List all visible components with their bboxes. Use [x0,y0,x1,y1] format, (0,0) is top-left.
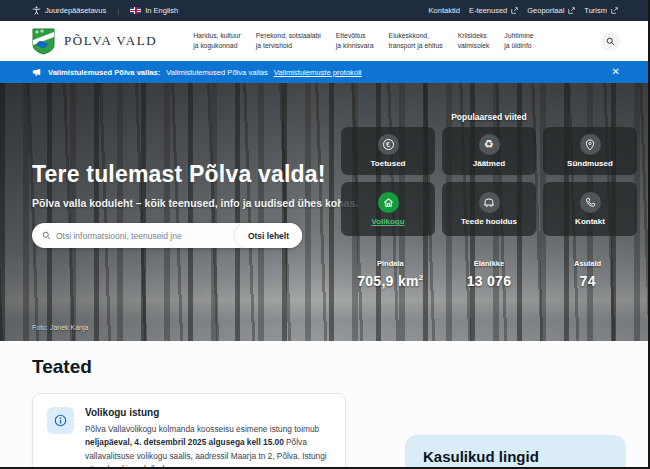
accessibility-label: Juurdepääsetavus [45,6,106,15]
language-switch[interactable]: In English [130,6,178,15]
topbar-link-eteenused[interactable]: E-teenused [469,6,518,15]
tile-jaatmed[interactable]: ♻ Jäätmed [442,127,536,175]
announcement-close-button[interactable]: ✕ [598,65,634,79]
nav-item-kriisideks[interactable]: Kriisideksvalmisolek [458,31,490,51]
search-icon [42,231,51,240]
topbar-link-kontaktid[interactable]: Kontaktid [429,6,460,15]
topbar-link-turism[interactable]: Turism [584,6,618,15]
site-logo[interactable]: PÕLVA VALD [32,28,157,55]
hero-title: Tere tulemast Põlva valda! [32,161,326,188]
divider: | [117,6,119,15]
main-content: Teated Volikogu istung Põlva Vallavoliko… [0,341,648,469]
language-label: In English [145,6,178,15]
nav-item-haridus[interactable]: Haridus, kultuurja kogukonnad [193,31,241,51]
nav-item-ettevotlus[interactable]: Ettevõtlusja kinnisvara [336,31,374,51]
useful-links-panel: Kasulikud lingid [405,435,626,469]
hero-subtitle: Põlva valla koduleht – kõik teenused, in… [32,197,358,209]
tile-sundmused[interactable]: Sündmused [543,127,637,175]
info-icon [47,407,74,434]
phone-icon [580,192,601,213]
euro-icon: € [378,134,399,155]
topbar-link-geoportaal[interactable]: Geoportaal [527,6,575,15]
top-utility-bar: Juurdepääsetavus | In English Kontaktid … [0,0,648,21]
teated-section-title: Teated [32,356,92,378]
accessibility-icon [32,6,41,15]
tile-volikogu[interactable]: Volikogu [341,182,435,236]
popular-links-title: Populaarsed viited [341,112,637,122]
uk-flag-icon [130,7,141,14]
announcement-bold: Valimistulemused Põlva vallas: [48,68,160,77]
header-search-button[interactable] [601,32,620,51]
hero-section: Tere tulemast Põlva valda! Põlva valla k… [0,83,648,341]
truck-icon [479,192,500,213]
useful-links-title: Kasulikud lingid [423,448,626,465]
tile-toetused[interactable]: € Toetused [341,127,435,175]
accessibility-link[interactable]: Juurdepääsetavus [32,6,106,15]
hero-search-submit-button[interactable]: Otsi lehelt [235,223,302,248]
map-pin-icon [580,134,601,155]
nav-item-juhtimine[interactable]: Juhtimineja üldinfo [504,31,533,51]
external-link-icon [568,7,575,14]
home-icon [378,192,399,213]
page: Juurdepääsetavus | In English Kontaktid … [0,0,650,469]
hero-search-input[interactable] [56,231,235,241]
external-link-icon [511,7,518,14]
hero-search-bar: Otsi lehelt [32,223,302,248]
notice-text: Põlva Vallavolikogu kolmanda koosseisu e… [85,423,331,469]
municipality-stats: Pindala 705,9 km2 Elanikke 13 076 Asulai… [341,259,637,289]
megaphone-icon [32,67,42,77]
main-nav: Haridus, kultuurja kogukonnad Perekond, … [193,31,591,51]
stat-asulaid: Asulaid 74 [538,259,637,289]
search-icon [606,37,615,46]
external-link-icon [611,7,618,14]
close-icon: ✕ [612,66,620,77]
popular-links-grid: € Toetused ♻ Jäätmed Sündmused Volikogu [341,127,637,236]
photo-credit: Foto: Janek Kanja [32,324,88,331]
stat-pindala: Pindala 705,9 km2 [341,259,440,289]
notice-card[interactable]: Volikogu istung Põlva Vallavolikogu kolm… [32,393,346,469]
nav-item-perekond[interactable]: Perekond, sotsiaalabija tervishoid [256,31,321,51]
recycle-icon: ♻ [479,134,500,155]
announcement-link[interactable]: Valimistulemuste protokoll [274,68,362,77]
coat-of-arms-icon [32,28,55,55]
announcement-text: Valimistulemused Põlva vallas [166,68,268,77]
tile-kontakt[interactable]: Kontakt [543,182,637,236]
site-name: PÕLVA VALD [64,33,157,49]
announcement-bar: Valimistulemused Põlva vallas: Valimistu… [0,61,648,83]
nav-item-elukeskkond[interactable]: Elukeskkond,transport ja ehitus [389,31,443,51]
tile-teede-hooldus[interactable]: Teede hooldus [442,182,536,236]
notice-title: Volikogu istung [85,407,331,418]
stat-elanikke: Elanikke 13 076 [440,259,539,289]
site-header: PÕLVA VALD Haridus, kultuurja kogukonnad… [0,21,648,61]
